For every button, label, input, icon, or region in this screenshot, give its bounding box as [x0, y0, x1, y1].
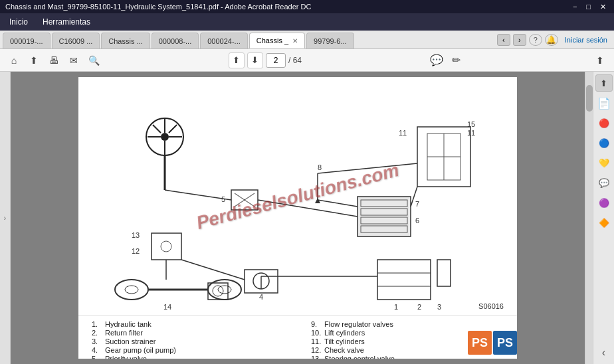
svg-text:8: 8: [318, 163, 322, 171]
svg-text:7: 7: [415, 200, 419, 208]
tab-next-btn[interactable]: ›: [513, 34, 526, 46]
tab-close-icon[interactable]: ✕: [292, 37, 298, 45]
rp-icon-red[interactable]: 📄: [595, 94, 613, 112]
comment-btn[interactable]: 💬: [428, 52, 445, 69]
legend-item-5: 5. Priority valve: [92, 355, 284, 359]
rp-left-arrow[interactable]: ‹: [595, 344, 613, 361]
rp-icon-yellow[interactable]: 💛: [595, 154, 613, 171]
page-up-btn[interactable]: ⬆: [229, 52, 245, 68]
print-btn[interactable]: 🖶: [45, 52, 62, 69]
tab-navigation: ‹ › ? 🔔 Iniciar sesión: [497, 34, 611, 48]
title-bar: Chassis and Mast_99799-85100-11_Hydrauli…: [0, 0, 614, 13]
rp-icon-orange[interactable]: 🔶: [595, 214, 613, 231]
home-btn[interactable]: ⌂: [5, 52, 23, 69]
title-bar-controls: − □ ✕: [570, 3, 609, 11]
svg-text:11: 11: [467, 129, 475, 137]
rp-icon-red2[interactable]: 🔴: [595, 114, 613, 132]
tab-3[interactable]: Chassis ...: [101, 33, 150, 48]
ps-logo-right: PS: [493, 331, 517, 355]
svg-text:3: 3: [437, 303, 441, 310]
tab-prev-btn[interactable]: ‹: [497, 34, 510, 46]
diagram-number: S06016: [478, 302, 504, 310]
legend-item-1: 1. Hydraulic tank: [92, 320, 284, 328]
tab-5[interactable]: 000024-...: [200, 33, 248, 48]
svg-text:4: 4: [259, 293, 263, 301]
legend-item-3: 3. Suction strainer: [92, 337, 284, 345]
svg-text:1: 1: [394, 303, 398, 310]
legend-item-2: 2. Return filter: [92, 329, 284, 337]
svg-text:2: 2: [417, 303, 421, 310]
tab-4[interactable]: 000008-...: [152, 33, 199, 48]
legend: 1. Hydraulic tank 9. Flow regulator valv…: [78, 316, 517, 359]
svg-point-2: [161, 133, 169, 141]
legend-item-13: 13. Steering control valve: [311, 355, 504, 359]
menu-bar: Inicio Herramientas: [0, 13, 614, 31]
right-panel: ⬆ 📄 🔴 🔵 💛 💬 🟣 🔶 ‹: [593, 72, 614, 364]
tab-7[interactable]: 99799-6...: [306, 33, 354, 48]
main-content: ›: [0, 72, 614, 364]
tab-2[interactable]: C16009 ...: [52, 33, 100, 48]
hydraulic-diagram-svg: 5 8 6: [92, 84, 504, 310]
scrollbar[interactable]: [585, 72, 593, 364]
rp-icon-purple[interactable]: 🟣: [595, 194, 613, 211]
tab-1[interactable]: 000019-...: [3, 33, 51, 48]
svg-rect-0: [92, 84, 504, 310]
toolbar: ⌂ ⬆ 🖶 ✉ 🔍 ⬆ ⬇ / 64 💬 ✏ ⬆: [0, 49, 614, 72]
title-bar-text: Chassis and Mast_99799-85100-11_Hydrauli…: [5, 3, 311, 11]
pdf-page: 5 8 6: [78, 77, 517, 359]
diagram-image: 5 8 6: [78, 77, 517, 316]
rp-icon-blue[interactable]: 🔵: [595, 134, 613, 151]
svg-text:6: 6: [415, 217, 419, 225]
scroll-thumb[interactable]: [586, 85, 593, 112]
zoom-btn[interactable]: 🔍: [85, 52, 102, 69]
close-btn[interactable]: ✕: [597, 3, 609, 11]
sign-in-btn[interactable]: Iniciar sesión: [561, 36, 611, 44]
share-btn[interactable]: ⬆: [591, 52, 609, 69]
ps-logo-left: PS: [468, 331, 492, 355]
bell-icon[interactable]: 🔔: [545, 34, 558, 46]
menu-inicio[interactable]: Inicio: [3, 16, 35, 28]
help-btn[interactable]: ?: [529, 34, 542, 46]
tab-6-active[interactable]: Chassis _ ✕: [249, 33, 305, 48]
pdf-viewer: 5 8 6: [11, 72, 585, 364]
rp-share-btn[interactable]: ⬆: [595, 74, 613, 92]
menu-herramientas[interactable]: Herramientas: [36, 16, 97, 28]
tab-bar: 000019-... C16009 ... Chassis ... 000008…: [0, 31, 614, 49]
legend-item-9: 9. Flow regulator valves: [311, 320, 504, 328]
pen-btn[interactable]: ✏: [448, 52, 465, 69]
page-navigation: ⬆ ⬇ / 64: [229, 52, 302, 68]
svg-text:13: 13: [132, 231, 140, 239]
minimize-btn[interactable]: −: [570, 3, 579, 11]
svg-text:12: 12: [132, 247, 140, 255]
svg-text:15: 15: [467, 120, 475, 128]
maximize-btn[interactable]: □: [583, 3, 593, 11]
left-sidebar: ›: [0, 72, 11, 364]
diagram-area: 5 8 6: [78, 77, 517, 316]
ps-logo: PS PS: [468, 331, 517, 355]
page-total: / 64: [288, 56, 302, 65]
left-sidebar-arrow[interactable]: ›: [4, 215, 6, 222]
svg-text:14: 14: [163, 303, 171, 310]
page-input[interactable]: [266, 53, 286, 68]
svg-text:11: 11: [399, 129, 407, 137]
mail-btn[interactable]: ✉: [65, 52, 82, 69]
upload-btn[interactable]: ⬆: [25, 52, 43, 69]
rp-icon-green[interactable]: 💬: [595, 174, 613, 191]
legend-item-4: 4. Gear pump (oil pump): [92, 346, 284, 354]
svg-rect-15: [358, 197, 411, 236]
page-down-btn[interactable]: ⬇: [247, 52, 263, 68]
